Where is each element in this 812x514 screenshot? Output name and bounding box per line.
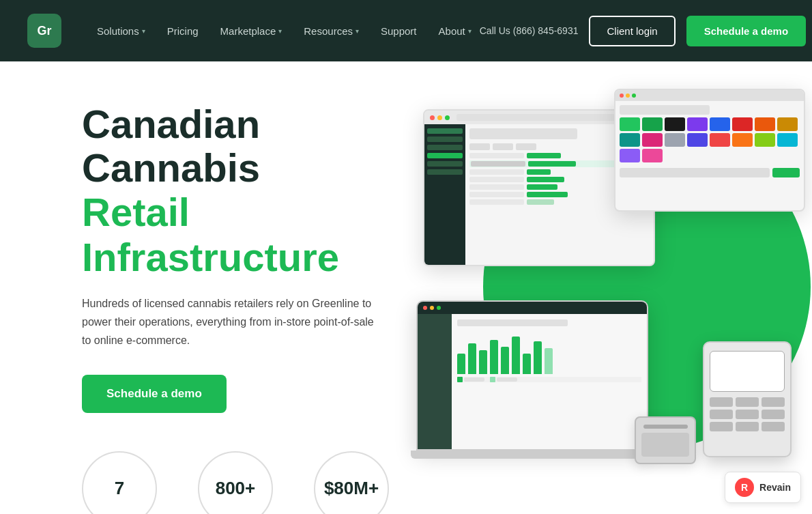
minimize-icon bbox=[626, 94, 630, 98]
color-swatch bbox=[620, 149, 640, 162]
hero-content: Canadian Cannabis Retail Infrastructure … bbox=[82, 102, 437, 514]
color-swatch bbox=[620, 133, 640, 147]
hero-section: Canadian Cannabis Retail Infrastructure … bbox=[0, 61, 812, 514]
maximize-icon bbox=[632, 94, 636, 98]
page-title-bar bbox=[469, 128, 577, 139]
color-swatch bbox=[732, 133, 753, 147]
nav-item-support[interactable]: Support bbox=[373, 20, 425, 42]
table-cell-bar bbox=[527, 199, 554, 205]
color-swatch bbox=[620, 117, 640, 131]
nav-item-solutions[interactable]: Solutions ▾ bbox=[89, 20, 154, 42]
bar-chart bbox=[457, 333, 641, 374]
stat-sales: $80M+ Monthlyprocessed sales bbox=[314, 451, 389, 514]
nav-item-resources[interactable]: Resources ▾ bbox=[295, 20, 367, 42]
tab bbox=[469, 143, 490, 150]
table-cell bbox=[469, 184, 524, 190]
table-cell bbox=[469, 177, 524, 182]
color-swatch bbox=[732, 117, 753, 131]
pos-key bbox=[736, 422, 759, 431]
laptop bbox=[416, 300, 648, 451]
main-nav: Solutions ▾ Pricing Marketplace ▾ Resour… bbox=[89, 20, 480, 42]
color-swatch bbox=[687, 117, 708, 131]
maximize-btn-icon bbox=[445, 115, 450, 120]
schedule-demo-hero-button[interactable]: Schedule a demo bbox=[82, 375, 227, 413]
monitor2-title-bar bbox=[620, 105, 710, 115]
client-login-button[interactable]: Client login bbox=[589, 16, 675, 46]
printer-slot bbox=[643, 425, 688, 429]
color-swatch bbox=[777, 117, 798, 131]
nav-left: Gr Solutions ▾ Pricing Marketplace ▾ Res… bbox=[27, 14, 480, 48]
stat-retailers-circle: 800+ bbox=[198, 451, 273, 514]
legend-dot bbox=[490, 377, 495, 382]
pos-terminal bbox=[703, 341, 792, 457]
minimize-btn-icon bbox=[437, 115, 442, 120]
phone-number: Call Us (866) 845-6931 bbox=[480, 25, 579, 36]
table-cell-bar bbox=[527, 192, 568, 197]
resources-chevron-icon: ▾ bbox=[356, 27, 359, 35]
laptop-titlebar bbox=[418, 302, 647, 314]
nav-item-pricing[interactable]: Pricing bbox=[159, 20, 207, 42]
chart-bar bbox=[479, 350, 487, 374]
monitor2-body bbox=[615, 101, 804, 182]
nav-item-marketplace[interactable]: Marketplace ▾ bbox=[212, 20, 291, 42]
color-swatch bbox=[665, 133, 685, 147]
color-swatch bbox=[755, 117, 775, 131]
chart-bar bbox=[457, 354, 465, 374]
revain-icon: R bbox=[735, 478, 754, 497]
confirm-btn bbox=[772, 168, 800, 177]
secondary-monitor bbox=[614, 89, 805, 212]
monitor2-titlebar bbox=[615, 90, 804, 101]
pos-key bbox=[762, 410, 785, 419]
color-swatches-grid bbox=[620, 117, 800, 162]
color-swatch bbox=[642, 149, 663, 162]
devices-container bbox=[403, 82, 812, 491]
stat-provinces: 7 Provinces &Territories bbox=[82, 451, 157, 514]
chart-bar bbox=[523, 354, 531, 374]
color-swatch bbox=[687, 133, 708, 147]
laptop-base bbox=[411, 451, 656, 459]
marketplace-chevron-icon: ▾ bbox=[278, 27, 282, 35]
table-cell bbox=[471, 161, 525, 167]
pos-key bbox=[762, 397, 785, 407]
logo[interactable]: Gr bbox=[27, 14, 61, 48]
legend-label bbox=[497, 377, 517, 382]
tab bbox=[493, 143, 513, 150]
table-cell bbox=[469, 192, 524, 197]
url-bar bbox=[456, 114, 618, 121]
nav-item-about[interactable]: About ▾ bbox=[431, 20, 480, 42]
chart-legend bbox=[457, 377, 641, 382]
table-cell bbox=[469, 199, 524, 205]
table-cell-bar bbox=[527, 153, 561, 158]
color-swatch bbox=[642, 133, 663, 147]
hero-title: Canadian Cannabis Retail Infrastructure bbox=[82, 102, 437, 281]
pos-key bbox=[710, 397, 733, 407]
color-swatch bbox=[755, 133, 775, 147]
stats-section: 7 Provinces &Territories 800+ Cannabisre… bbox=[82, 451, 437, 514]
maximize-icon bbox=[437, 306, 441, 310]
color-swatch bbox=[710, 133, 730, 147]
laptop-title-bar bbox=[457, 319, 568, 326]
monitor2-actions bbox=[620, 168, 800, 177]
laptop-main-content bbox=[452, 314, 647, 449]
table-cell-bar bbox=[527, 184, 557, 190]
legend-label bbox=[464, 377, 484, 382]
pos-key bbox=[736, 410, 759, 419]
action-bar bbox=[620, 168, 770, 177]
table-cell-bar bbox=[528, 161, 576, 167]
revain-badge[interactable]: R Revain bbox=[725, 472, 801, 503]
pos-key bbox=[710, 422, 733, 431]
color-swatch bbox=[777, 133, 798, 147]
schedule-demo-nav-button[interactable]: Schedule a demo bbox=[686, 16, 806, 46]
laptop-body bbox=[418, 314, 647, 449]
printer-body bbox=[641, 433, 689, 457]
close-icon bbox=[620, 94, 624, 98]
stat-retailers: 800+ Cannabisretailers bbox=[198, 451, 273, 514]
nav-right: Call Us (866) 845-6931 Client login Sche… bbox=[480, 16, 806, 46]
chart-bar bbox=[534, 341, 542, 374]
chart-bar bbox=[512, 337, 520, 374]
chart-bar bbox=[545, 348, 553, 374]
table-cell bbox=[469, 169, 524, 175]
stat-sales-circle: $80M+ bbox=[314, 451, 389, 514]
tab bbox=[516, 143, 536, 150]
receipt-printer bbox=[635, 416, 696, 464]
